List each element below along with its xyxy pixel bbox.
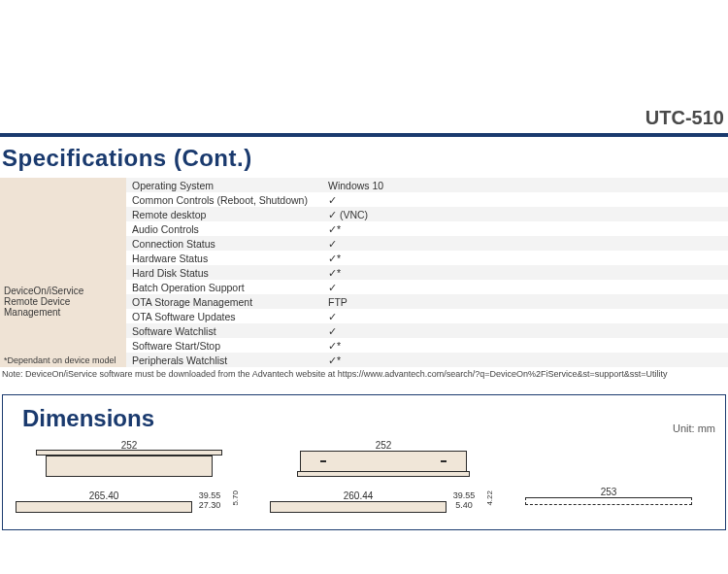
dim-value: 253 <box>601 487 617 497</box>
specs-table: Operating SystemWindows 10 Common Contro… <box>126 178 728 367</box>
drawing-col-3: 253 <box>525 487 692 505</box>
table-row: Hard Disk Status✓* <box>126 265 728 280</box>
spec-key: Remote desktop <box>126 207 322 221</box>
header-rule <box>0 133 728 137</box>
spec-value: ✓* <box>322 251 728 265</box>
dimensions-drawings: 252 265.40 39.55 27.30 5.70 252 <box>13 434 715 513</box>
specs-note: Note: DeviceOn/iService software must be… <box>2 369 728 379</box>
spec-value: Windows 10 <box>322 178 728 192</box>
table-row: Remote desktop✓ (VNC) <box>126 207 728 221</box>
spec-value: ✓ (VNC) <box>322 207 728 221</box>
dim-value: 252 <box>376 440 392 451</box>
spec-value: ✓* <box>322 338 728 353</box>
spec-value: ✓ <box>322 323 728 338</box>
spec-value: ✓* <box>322 265 728 280</box>
spec-value: ✓ <box>322 192 728 207</box>
dimensions-unit: Unit: mm <box>673 422 715 434</box>
spec-key: Common Controls (Reboot, Shutdown) <box>126 192 322 207</box>
dimensions-box: Dimensions Unit: mm 252 265.40 39.55 27.… <box>2 394 726 530</box>
specs-category-line2: Remote Device Management <box>4 296 122 318</box>
dim-value: 5.40 <box>455 500 473 510</box>
dim-value: 5.70 <box>231 490 240 506</box>
drawing-col-2: 252 260.44 39.55 5.40 4.22 <box>271 440 496 513</box>
table-row: OTA Software Updates✓ <box>126 309 728 323</box>
spec-key: Software Start/Stop <box>126 338 322 353</box>
spec-key: OTA Software Updates <box>126 309 322 323</box>
drawing-shape <box>46 456 213 477</box>
specs-title: Specifications (Cont.) <box>2 145 728 172</box>
drawing-shape <box>270 501 447 513</box>
spec-key: Batch Operation Support <box>126 280 322 294</box>
spec-key: Audio Controls <box>126 221 322 236</box>
table-row: Connection Status✓ <box>126 236 728 251</box>
table-row: Software Watchlist✓ <box>126 323 728 338</box>
spec-key: Hardware Status <box>126 251 322 265</box>
dim-value: 39.55 <box>453 490 476 500</box>
table-row: Common Controls (Reboot, Shutdown)✓ <box>126 192 728 207</box>
dim-value: 39.55 <box>199 490 221 500</box>
spec-key: Operating System <box>126 178 322 192</box>
spec-key: Hard Disk Status <box>126 265 322 280</box>
spec-value: ✓ <box>322 309 728 323</box>
drawing-shape <box>16 501 192 513</box>
spec-key: Peripherals Watchlist <box>126 353 322 367</box>
table-row: Operating SystemWindows 10 <box>126 178 728 192</box>
spec-key: Software Watchlist <box>126 323 322 338</box>
table-row: Audio Controls✓* <box>126 221 728 236</box>
spec-value: ✓ <box>322 280 728 294</box>
table-row: Peripherals Watchlist✓* <box>126 353 728 367</box>
specs-category-line1: DeviceOn/iService <box>4 286 122 296</box>
dim-value: 265.40 <box>89 490 119 501</box>
dimensions-title: Dimensions <box>22 405 154 432</box>
spec-value: ✓* <box>322 353 728 367</box>
specs-category-cell: DeviceOn/iService Remote Device Manageme… <box>0 178 126 367</box>
dim-value: 260.44 <box>344 490 374 501</box>
drawing-shape <box>525 497 692 505</box>
spec-value: ✓ <box>322 236 728 251</box>
table-row: Batch Operation Support✓ <box>126 280 728 294</box>
specs-category-footnote: *Dependant on device model <box>4 355 116 365</box>
spec-value: ✓* <box>322 221 728 236</box>
table-row: Software Start/Stop✓* <box>126 338 728 353</box>
spec-key: Connection Status <box>126 236 322 251</box>
drawing-shape <box>300 451 467 472</box>
dim-value: 4.22 <box>485 490 494 506</box>
table-row: Hardware Status✓* <box>126 251 728 265</box>
model-number: UTC-510 <box>0 0 728 133</box>
spec-key: OTA Storage Management <box>126 294 322 309</box>
spec-value: FTP <box>322 294 728 309</box>
dim-value: 27.30 <box>199 500 221 510</box>
drawing-col-1: 252 265.40 39.55 27.30 5.70 <box>17 440 242 513</box>
table-row: OTA Storage ManagementFTP <box>126 294 728 309</box>
specs-table-wrap: DeviceOn/iService Remote Device Manageme… <box>0 178 728 367</box>
